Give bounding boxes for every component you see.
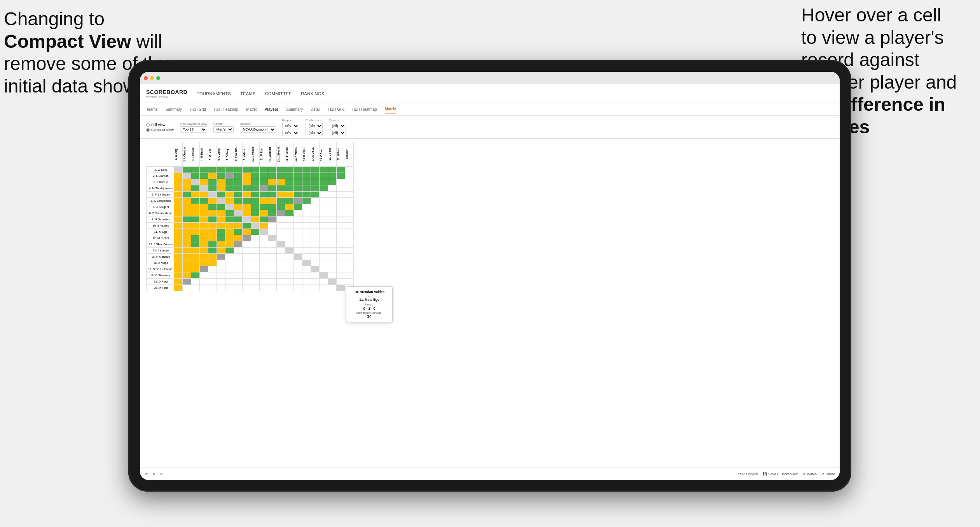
matrix-cell[interactable]	[217, 266, 225, 272]
matrix-cell[interactable]	[217, 229, 225, 235]
matrix-cell[interactable]	[200, 204, 208, 210]
matrix-cell[interactable]	[183, 204, 191, 210]
matrix-cell[interactable]	[174, 192, 183, 198]
matrix-cell[interactable]	[260, 210, 268, 216]
matrix-cell[interactable]	[294, 185, 302, 192]
toolbar-redo[interactable]: ↻	[152, 472, 155, 476]
matrix-cell[interactable]	[285, 204, 294, 210]
matrix-cell[interactable]	[320, 279, 328, 285]
matrix-cell[interactable]	[208, 204, 217, 210]
matrix-cell[interactable]	[217, 285, 225, 291]
matrix-cell[interactable]	[328, 223, 337, 229]
matrix-cell[interactable]	[294, 254, 302, 260]
matrix-cell[interactable]	[277, 167, 285, 173]
matrix-cell[interactable]	[217, 179, 225, 185]
matrix-cell[interactable]	[225, 223, 234, 229]
matrix-cell[interactable]	[277, 198, 285, 204]
matrix-cell[interactable]	[294, 229, 302, 235]
matrix-cell[interactable]	[320, 204, 328, 210]
matrix-cell[interactable]	[268, 223, 277, 229]
matrix-cell[interactable]	[208, 229, 217, 235]
matrix-cell[interactable]	[251, 248, 260, 254]
matrix-cell[interactable]	[183, 229, 191, 235]
matrix-cell[interactable]	[311, 223, 320, 229]
matrix-cell[interactable]	[337, 216, 345, 223]
matrix-cell[interactable]	[328, 192, 337, 198]
matrix-cell[interactable]	[243, 192, 251, 198]
matrix-cell[interactable]	[208, 266, 217, 272]
matrix-cell[interactable]	[345, 210, 354, 216]
matrix-cell[interactable]	[208, 223, 217, 229]
matrix-cell[interactable]	[208, 167, 217, 173]
matrix-cell[interactable]	[345, 204, 354, 210]
matrix-cell[interactable]	[183, 266, 191, 272]
matrix-cell[interactable]	[260, 266, 268, 272]
sub-nav-summary2[interactable]: Summary	[286, 106, 303, 113]
matrix-cell[interactable]	[345, 279, 354, 285]
matrix-cell[interactable]	[174, 179, 183, 185]
full-view-radio[interactable]: Full View	[146, 123, 174, 127]
matrix-cell[interactable]	[183, 235, 191, 241]
matrix-cell[interactable]	[285, 185, 294, 192]
matrix-cell[interactable]	[311, 179, 320, 185]
matrix-cell[interactable]	[174, 210, 183, 216]
matrix-cell[interactable]	[285, 266, 294, 272]
matrix-cell[interactable]	[277, 254, 285, 260]
matrix-cell[interactable]	[311, 198, 320, 204]
matrix-cell[interactable]	[217, 198, 225, 204]
matrix-cell[interactable]	[208, 185, 217, 192]
matrix-cell[interactable]	[243, 185, 251, 192]
matrix-cell[interactable]	[328, 185, 337, 192]
matrix-cell[interactable]	[225, 260, 234, 266]
matrix-cell[interactable]	[183, 260, 191, 266]
matrix-cell[interactable]	[277, 179, 285, 185]
sub-nav-teams[interactable]: Teams	[146, 106, 157, 113]
matrix-cell[interactable]	[200, 260, 208, 266]
matrix-cell[interactable]	[277, 285, 285, 291]
matrix-cell[interactable]	[200, 179, 208, 185]
matrix-cell[interactable]	[217, 272, 225, 279]
matrix-cell[interactable]	[277, 235, 285, 241]
matrix-cell[interactable]	[217, 223, 225, 229]
matrix-cell[interactable]	[174, 216, 183, 223]
sub-nav-matrix2[interactable]: Matrix	[385, 105, 396, 113]
matrix-cell[interactable]	[320, 223, 328, 229]
toolbar-watch[interactable]: 👁 Watch	[802, 472, 817, 476]
matrix-cell[interactable]	[200, 229, 208, 235]
matrix-cell[interactable]	[268, 235, 277, 241]
matrix-cell[interactable]	[243, 204, 251, 210]
matrix-cell[interactable]	[234, 272, 243, 279]
matrix-cell[interactable]	[200, 279, 208, 285]
compact-view-radio-circle[interactable]	[146, 128, 150, 132]
matrix-cell[interactable]	[302, 248, 311, 254]
matrix-cell[interactable]	[345, 198, 354, 204]
matrix-cell[interactable]	[191, 235, 200, 241]
matrix-cell[interactable]	[268, 254, 277, 260]
matrix-cell[interactable]	[268, 248, 277, 254]
matrix-cell[interactable]	[311, 279, 320, 285]
matrix-cell[interactable]	[328, 229, 337, 235]
matrix-cell[interactable]	[345, 229, 354, 235]
matrix-cell[interactable]	[311, 216, 320, 223]
matrix-cell[interactable]	[294, 204, 302, 210]
matrix-cell[interactable]	[217, 216, 225, 223]
matrix-cell[interactable]	[294, 198, 302, 204]
matrix-cell[interactable]	[302, 260, 311, 266]
matrix-cell[interactable]	[302, 167, 311, 173]
matrix-cell[interactable]	[320, 260, 328, 266]
matrix-cell[interactable]	[225, 235, 234, 241]
matrix-cell[interactable]	[191, 223, 200, 229]
matrix-cell[interactable]	[268, 179, 277, 185]
matrix-cell[interactable]	[337, 210, 345, 216]
matrix-cell[interactable]	[183, 210, 191, 216]
matrix-cell[interactable]	[337, 279, 345, 285]
matrix-cell[interactable]	[260, 235, 268, 241]
matrix-cell[interactable]	[251, 254, 260, 260]
matrix-cell[interactable]	[243, 235, 251, 241]
matrix-cell[interactable]	[217, 241, 225, 248]
matrix-cell[interactable]	[208, 241, 217, 248]
matrix-cell[interactable]	[251, 185, 260, 192]
gender-select[interactable]: Men's	[213, 126, 234, 133]
matrix-cell[interactable]	[268, 210, 277, 216]
matrix-cell[interactable]	[268, 229, 277, 235]
